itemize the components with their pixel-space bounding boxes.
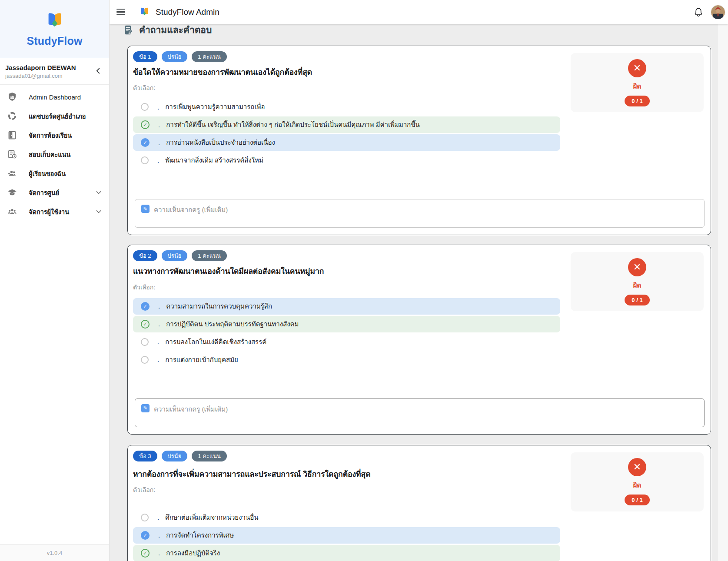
sidebar-collapse-icon[interactable] (93, 66, 103, 76)
question-points-badge: 1 คะแนน (192, 451, 227, 461)
result-status: ผิด (633, 480, 642, 491)
app-title: StudyFlow Admin (156, 7, 219, 17)
sidebar-item-classrooms[interactable]: จัดการห้องเรียน (0, 126, 109, 145)
sidebar-item-admin-dashboard[interactable]: Admin Dashboard (0, 87, 109, 106)
option-row[interactable]: . การมองโลกในแง่ดีคิดเชิงสร้างสรรค์ (133, 334, 560, 350)
sidebar-item-label: แดชบอร์ดศูนย์อำเภอ (29, 111, 86, 121)
option-text: การทำให้ดีขึ้น เจริญขึ้น ทำให้สิ่งต่าง ๆ… (166, 120, 420, 129)
sidebar-item-my-learners[interactable]: ผู้เรียนของฉัน (0, 164, 109, 183)
option-row-selected[interactable]: . ความสามารถในการควบคุมความรู้สึก (133, 298, 560, 315)
result-status: ผิด (633, 81, 642, 92)
sidebar: StudyFlow Jassadaporn DEEWAN jassada01@g… (0, 0, 110, 561)
option-prefix: . (157, 338, 159, 345)
app-bar: StudyFlow Admin (110, 0, 728, 24)
option-row-selected[interactable]: . การอ่านหนังสือเป็นประจำอย่างต่อเนื่อง (133, 134, 560, 151)
option-row[interactable]: . การเพิ่มพูนความรู้ความสามารถเพื่อ (133, 99, 560, 115)
sidebar-nav: Admin Dashboard แดชบอร์ดศูนย์อำเภอ จัดกา… (0, 85, 109, 221)
wrong-x-icon (628, 458, 646, 476)
option-prefix: . (157, 356, 159, 363)
radio-unselected-icon (141, 156, 149, 164)
studyflow-book-logo-small (139, 7, 150, 17)
radio-unselected-icon (141, 103, 149, 111)
exam-clock-icon (7, 149, 17, 159)
question-number-badge: ข้อ 2 (133, 250, 157, 261)
radio-unselected-icon (141, 356, 149, 364)
question-text: แนวทางการพัฒนาตนเองด้านใดมีผลต่อสังคมในค… (133, 266, 533, 277)
score-badge: 0 / 1 (625, 495, 649, 505)
option-prefix: . (157, 157, 159, 164)
wrong-x-icon (628, 258, 646, 276)
option-row-selected[interactable]: . การจัดทำโครงการพิเศษ (133, 527, 560, 544)
question-number-badge: ข้อ 1 (133, 51, 157, 62)
scrollbar-track[interactable] (718, 24, 728, 561)
options-list: . การเพิ่มพูนความรู้ความสามารถเพื่อ . กา… (133, 99, 560, 169)
chevron-down-icon (94, 207, 103, 216)
comment-pencil-icon (141, 205, 150, 213)
selected-answer-check-icon (141, 531, 150, 540)
learners-check-icon (7, 168, 17, 179)
radio-unselected-icon (141, 338, 149, 346)
option-prefix: . (158, 549, 160, 557)
option-row-correct[interactable]: . การปฏิบัติตน ประพฤติตามบรรทัดฐานทางสัง… (133, 316, 560, 332)
score-badge: 0 / 1 (625, 96, 649, 106)
users-group-icon (7, 206, 17, 217)
question-points-badge: 1 คะแนน (192, 250, 227, 261)
teacher-comment-input[interactable]: ความเห็นจากครู (เพิ่มเติม) (135, 398, 705, 427)
option-text: การจัดทำโครงการพิเศษ (166, 531, 234, 540)
question-card-3: ข้อ 3 ปรนัย 1 คะแนน หากต้องการที่จะเพิ่ม… (127, 445, 711, 561)
app-version: v1.0.4 (0, 544, 109, 561)
question-text: หากต้องการที่จะเพิ่มความสามารถและประสบกา… (133, 468, 533, 480)
result-panel: ผิด 0 / 1 (571, 452, 704, 511)
question-type-badge: ปรนัย (162, 250, 188, 261)
question-answer-edit-icon (123, 24, 134, 36)
option-prefix: . (158, 320, 160, 328)
result-panel: ผิด 0 / 1 (571, 252, 704, 311)
option-text: การแต่งกายเข้ากับยุคสมัย (165, 355, 238, 365)
options-list: . ศึกษาต่อเพิ่มเติมจากหน่วยงานอื่น . การ… (133, 509, 560, 561)
comment-placeholder: ความเห็นจากครู (เพิ่มเติม) (154, 404, 228, 415)
option-prefix: . (157, 514, 159, 521)
question-number-badge: ข้อ 3 (133, 451, 157, 461)
question-points-badge: 1 คะแนน (192, 51, 227, 62)
option-row[interactable]: . การแต่งกายเข้ากับยุคสมัย (133, 352, 560, 368)
graduation-cap-icon (7, 187, 17, 198)
option-text: ศึกษาต่อเพิ่มเติมจากหน่วยงานอื่น (165, 513, 258, 522)
shield-crown-icon (7, 92, 17, 102)
question-type-badge: ปรนัย (162, 451, 188, 461)
chevron-down-icon (94, 188, 103, 197)
option-text: การอ่านหนังสือเป็นประจำอย่างต่อเนื่อง (166, 138, 275, 147)
sidebar-logo-block: StudyFlow (0, 0, 109, 58)
result-panel: ผิด 0 / 1 (571, 53, 704, 112)
notifications-bell-icon[interactable] (693, 7, 704, 17)
option-prefix: . (158, 302, 160, 310)
sidebar-item-exams[interactable]: สอบเก็บคะแนน (0, 145, 109, 164)
option-row[interactable]: . ศึกษาต่อเพิ่มเติมจากหน่วยงานอื่น (133, 509, 560, 526)
option-row-correct[interactable]: . การทำให้ดีขึ้น เจริญขึ้น ทำให้สิ่งต่าง… (133, 116, 560, 133)
sidebar-item-manage-centers[interactable]: จัดการศูนย์ (0, 183, 109, 202)
menu-hamburger-icon[interactable] (116, 9, 125, 15)
classroom-door-icon (7, 130, 17, 140)
user-name: Jassadaporn DEEWAN (5, 64, 103, 71)
question-card-2: ข้อ 2 ปรนัย 1 คะแนน แนวทางการพัฒนาตนเองด… (127, 245, 711, 434)
selected-answer-check-icon (141, 138, 150, 147)
studyflow-book-logo (45, 11, 65, 31)
result-status: ผิด (633, 280, 642, 291)
sidebar-item-label: สอบเก็บคะแนน (29, 149, 70, 159)
sidebar-item-manage-users[interactable]: จัดการผู้ใช้งาน (0, 202, 109, 221)
sidebar-item-label: จัดการผู้ใช้งาน (29, 207, 69, 217)
option-row-correct[interactable]: . การลงมือปฏิบัติจริง (133, 545, 560, 561)
options-list: . ความสามารถในการควบคุมความรู้สึก . การป… (133, 298, 560, 368)
sidebar-item-label: ผู้เรียนของฉัน (29, 169, 66, 179)
selected-answer-check-icon (141, 302, 150, 311)
option-text: การปฏิบัติตน ประพฤติตามบรรทัดฐานทางสังคม (166, 319, 299, 329)
questions-section-header: คำถามและคำตอบ (123, 24, 718, 37)
option-prefix: . (158, 121, 160, 129)
sidebar-item-district-dashboard[interactable]: แดชบอร์ดศูนย์อำเภอ (0, 106, 109, 126)
teacher-comment-input[interactable]: ความเห็นจากครู (เพิ่มเติม) (135, 199, 705, 228)
question-type-badge: ปรนัย (162, 51, 188, 62)
correct-answer-check-icon (141, 549, 150, 558)
option-row[interactable]: . พัฒนาจากสิ่งเดิม สร้างสรรค์สิ่งใหม่ (133, 152, 560, 169)
user-avatar[interactable] (711, 5, 725, 19)
brand-name: StudyFlow (27, 35, 82, 47)
question-card-1: ข้อ 1 ปรนัย 1 คะแนน ข้อใดให้ความหมายของก… (127, 46, 711, 235)
